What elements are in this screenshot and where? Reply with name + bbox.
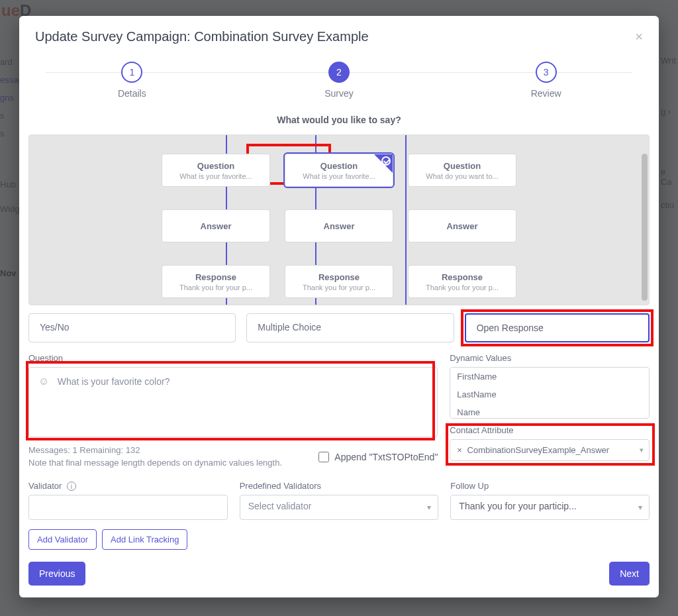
node-question-3[interactable]: Question What do you want to... xyxy=(408,154,516,187)
node-question-1[interactable]: Question What is your favorite... xyxy=(162,154,270,187)
close-icon[interactable]: × xyxy=(635,29,643,44)
type-yesno[interactable]: Yes/No xyxy=(28,313,236,342)
predefined-validators-label: Predefined Validators xyxy=(240,481,439,491)
modal-title: Update Survey Campaign: Combination Surv… xyxy=(35,29,369,44)
stepper: 1 Details 2 Survey 3 Review xyxy=(19,55,659,111)
chevron-down-icon: ▾ xyxy=(640,446,644,454)
validator-input[interactable] xyxy=(28,495,228,520)
contact-attribute-label: Contact Attribute xyxy=(450,425,650,435)
node-response-3[interactable]: Response Thank you for your p... xyxy=(408,265,516,298)
question-label: Question xyxy=(28,353,438,363)
node-response-2[interactable]: Response Thank you for your p... xyxy=(285,265,393,298)
type-multiple-choice[interactable]: Multiple Choice xyxy=(246,313,454,342)
step-details[interactable]: 1 Details xyxy=(28,62,236,99)
node-answer-3[interactable]: Answer xyxy=(408,209,516,242)
predefined-validators-select[interactable]: Select validator xyxy=(240,495,439,520)
validator-label: Validator i xyxy=(28,481,228,491)
add-link-tracking-button[interactable]: Add Link Tracking xyxy=(102,529,187,550)
check-icon xyxy=(381,156,391,166)
node-answer-2[interactable]: Answer xyxy=(285,209,393,242)
message-counter: Messages: 1 Remaining: 132 xyxy=(28,445,305,455)
previous-button[interactable]: Previous xyxy=(28,562,85,586)
add-validator-button[interactable]: Add Validator xyxy=(28,529,97,550)
node-answer-1[interactable]: Answer xyxy=(162,209,270,242)
type-open-response[interactable]: Open Response xyxy=(465,313,650,342)
dynamic-values-list[interactable]: FirstName LastName Name xyxy=(450,367,650,419)
node-response-1[interactable]: Response Thank you for your p... xyxy=(162,265,270,298)
flow-canvas[interactable]: Question What is your favorite... Questi… xyxy=(28,134,650,305)
node-question-2[interactable]: Question What is your favorite... xyxy=(285,154,393,187)
dynamic-values-label: Dynamic Values xyxy=(450,353,650,363)
followup-label: Follow Up xyxy=(450,481,650,491)
next-button[interactable]: Next xyxy=(609,562,650,586)
canvas-scrollbar[interactable] xyxy=(642,154,648,301)
append-stop-checkbox[interactable]: Append "TxtSTOPtoEnd" xyxy=(318,452,438,462)
dyn-item-lastname[interactable]: LastName xyxy=(450,385,649,403)
message-note: Note that final message length depends o… xyxy=(28,458,305,468)
update-survey-modal: Update Survey Campaign: Combination Surv… xyxy=(19,16,659,597)
prompt-text: What would you like to say? xyxy=(19,115,659,125)
step-review[interactable]: 3 Review xyxy=(442,62,650,99)
emoji-icon[interactable]: ☺ xyxy=(38,376,49,387)
clear-icon[interactable]: × xyxy=(457,445,462,455)
dyn-item-name[interactable]: Name xyxy=(450,403,649,419)
info-icon[interactable]: i xyxy=(67,482,76,491)
dyn-item-firstname[interactable]: FirstName xyxy=(450,368,649,385)
question-textarea[interactable]: ☺ What is your favorite color? xyxy=(28,367,438,437)
contact-attribute-select[interactable]: × CombinationSurveyExample_Answer ▾ xyxy=(450,439,650,461)
step-survey[interactable]: 2 Survey xyxy=(236,62,443,99)
followup-select[interactable]: Thank you for your particip... xyxy=(450,495,650,520)
